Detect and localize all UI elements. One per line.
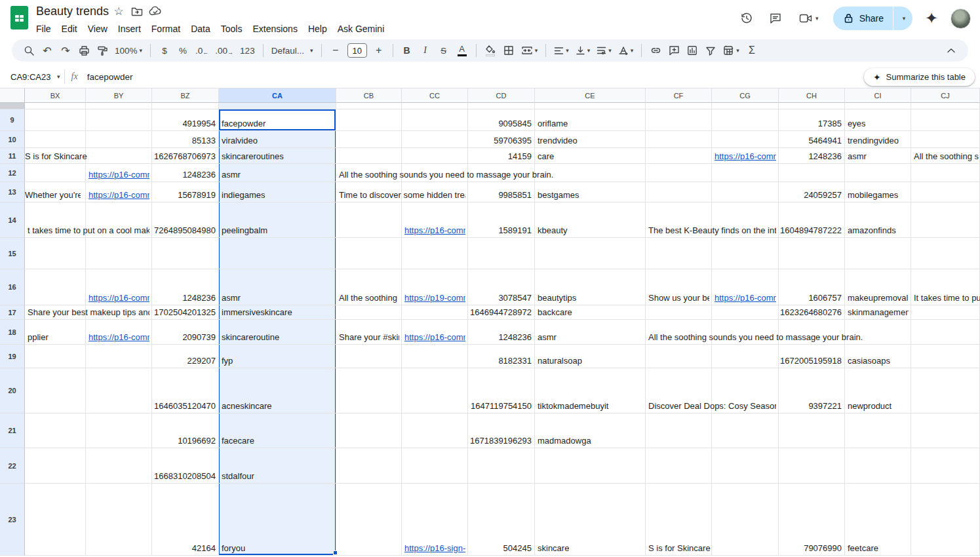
- cell-CF11[interactable]: [646, 148, 712, 164]
- cell-CB20[interactable]: [336, 368, 402, 413]
- cell-CD10[interactable]: 59706395: [468, 131, 535, 148]
- cell-CH16[interactable]: 1606757: [779, 269, 845, 305]
- row-header-17[interactable]: 17: [0, 305, 25, 320]
- font-select[interactable]: Defaul... ▾: [269, 42, 315, 59]
- cell-CE17[interactable]: backcare: [535, 305, 646, 320]
- cell-CF16[interactable]: Show us your best: [646, 269, 712, 305]
- row-header-16[interactable]: 16: [0, 269, 25, 305]
- row-header-20[interactable]: 20: [0, 368, 25, 413]
- row-header-23[interactable]: 23: [0, 484, 25, 556]
- comments-icon[interactable]: [762, 5, 789, 31]
- cell-CE10[interactable]: trendvideo: [535, 131, 646, 148]
- cell-CJ-partial[interactable]: [911, 103, 980, 109]
- cell-CJ11[interactable]: All the soothing s: [911, 148, 980, 164]
- insert-comment-icon[interactable]: [666, 42, 682, 59]
- document-title[interactable]: Beauty trends: [36, 5, 109, 18]
- column-header-CE[interactable]: CE: [535, 88, 646, 103]
- cell-CG23[interactable]: [712, 484, 779, 556]
- paint-format-icon[interactable]: [94, 42, 110, 59]
- cell-CH21[interactable]: [779, 413, 845, 448]
- cell-BY20[interactable]: [86, 368, 152, 413]
- cell-CH15[interactable]: [779, 238, 845, 269]
- column-header-CI[interactable]: CI: [845, 88, 911, 103]
- row-header-14[interactable]: 14: [0, 202, 25, 238]
- cell-CF12[interactable]: [646, 164, 712, 182]
- cell-CB-partial[interactable]: [336, 103, 402, 109]
- row-header-21[interactable]: 21: [0, 413, 25, 448]
- cell-CD17[interactable]: 1646944728972: [468, 305, 535, 320]
- summarize-table-button[interactable]: ✦ Summarize this table: [864, 68, 975, 86]
- decrease-font-size-icon[interactable]: −: [328, 42, 343, 59]
- cell-CD23[interactable]: 504245: [468, 484, 535, 556]
- menu-item-data[interactable]: Data: [186, 22, 216, 36]
- cell-BZ22[interactable]: 1668310208504: [152, 448, 219, 484]
- cell-CD11[interactable]: 14159: [468, 148, 535, 164]
- cell-CG21[interactable]: [712, 413, 779, 448]
- cell-BY10[interactable]: [86, 131, 152, 148]
- format-currency-icon[interactable]: $: [157, 42, 172, 59]
- cell-CD18[interactable]: 1248236: [468, 320, 535, 345]
- cell-CC16[interactable]: https://p19-comm: [402, 269, 468, 305]
- cell-CE23[interactable]: skincare: [535, 484, 646, 556]
- cell-CB19[interactable]: [336, 345, 402, 368]
- cell-CB13[interactable]: Time to discover some hidden treasures: [336, 182, 402, 202]
- cell-CF9[interactable]: [646, 109, 712, 131]
- account-avatar[interactable]: [951, 9, 971, 29]
- table-views-icon[interactable]: ▾: [721, 42, 741, 59]
- move-folder-icon[interactable]: [128, 4, 146, 18]
- cell-CC19[interactable]: [402, 345, 468, 368]
- cell-CC18[interactable]: https://p16-comm: [402, 320, 468, 345]
- column-header-CF[interactable]: CF: [646, 88, 712, 103]
- strikethrough-icon[interactable]: S: [436, 42, 452, 59]
- cell-CD15[interactable]: [468, 238, 535, 269]
- menu-item-format[interactable]: Format: [146, 22, 186, 36]
- share-dropdown-button[interactable]: ▾: [893, 7, 912, 30]
- cell-CF23[interactable]: S is for Skincare: [646, 484, 712, 556]
- cell-CF20[interactable]: Discover Deal Dops: Cosy Season: [646, 368, 712, 413]
- cell-CJ21[interactable]: [911, 413, 980, 448]
- hide-menus-icon[interactable]: [943, 42, 959, 59]
- cell-CC20[interactable]: [402, 368, 468, 413]
- cell-BZ19[interactable]: 229207: [152, 345, 219, 368]
- cell-BX11[interactable]: S is for Skincare: [25, 148, 86, 164]
- font-size-input[interactable]: 10: [347, 43, 367, 58]
- cell-CH9[interactable]: 17385: [779, 109, 845, 131]
- cell-BX23[interactable]: [25, 484, 86, 556]
- cell-CC-partial[interactable]: [402, 103, 468, 109]
- cell-CE22[interactable]: [535, 448, 646, 484]
- cell-BZ23[interactable]: 42164: [152, 484, 219, 556]
- column-header-CG[interactable]: CG: [712, 88, 779, 103]
- text-color-icon[interactable]: A: [454, 42, 470, 59]
- cell-CH-partial[interactable]: [779, 103, 845, 109]
- cell-CI20[interactable]: newproduct: [845, 368, 911, 413]
- version-history-icon[interactable]: [734, 5, 760, 31]
- row-header-10[interactable]: 10: [0, 131, 25, 148]
- selection-fill-handle[interactable]: [333, 550, 338, 555]
- cell-CE19[interactable]: naturalsoap: [535, 345, 646, 368]
- cell-BY19[interactable]: [86, 345, 152, 368]
- cell-CB22[interactable]: [336, 448, 402, 484]
- cell-CJ17[interactable]: [911, 305, 980, 320]
- cell-CG-partial[interactable]: [712, 103, 779, 109]
- name-box-caret-icon[interactable]: ▾: [57, 74, 60, 80]
- zoom-select[interactable]: 100% ▾: [113, 42, 144, 59]
- cell-CA10[interactable]: viralvideo: [219, 131, 336, 148]
- cell-CA22[interactable]: stdalfour: [219, 448, 336, 484]
- cell-CJ15[interactable]: [911, 238, 980, 269]
- cell-BX16[interactable]: [25, 269, 86, 305]
- more-formats-icon[interactable]: 123: [238, 42, 257, 59]
- cell-CD20[interactable]: 16471197541505: [468, 368, 535, 413]
- menu-item-extensions[interactable]: Extensions: [247, 22, 302, 36]
- fill-color-icon[interactable]: [482, 42, 498, 59]
- cell-BX12[interactable]: [25, 164, 86, 182]
- cell-CI16[interactable]: makeupremoval: [845, 269, 911, 305]
- cell-BX10[interactable]: [25, 131, 86, 148]
- cell-CG12[interactable]: [712, 164, 779, 182]
- cell-CH14[interactable]: 1604894787222: [779, 202, 845, 238]
- cell-BY13[interactable]: https://p16-comm: [86, 182, 152, 202]
- redo-icon[interactable]: ↷: [58, 42, 73, 59]
- merge-cells-icon[interactable]: ▾: [519, 42, 540, 59]
- cell-CF22[interactable]: [646, 448, 712, 484]
- cell-CA20[interactable]: acneskincare: [219, 368, 336, 413]
- text-wrap-icon[interactable]: ▾: [595, 42, 614, 59]
